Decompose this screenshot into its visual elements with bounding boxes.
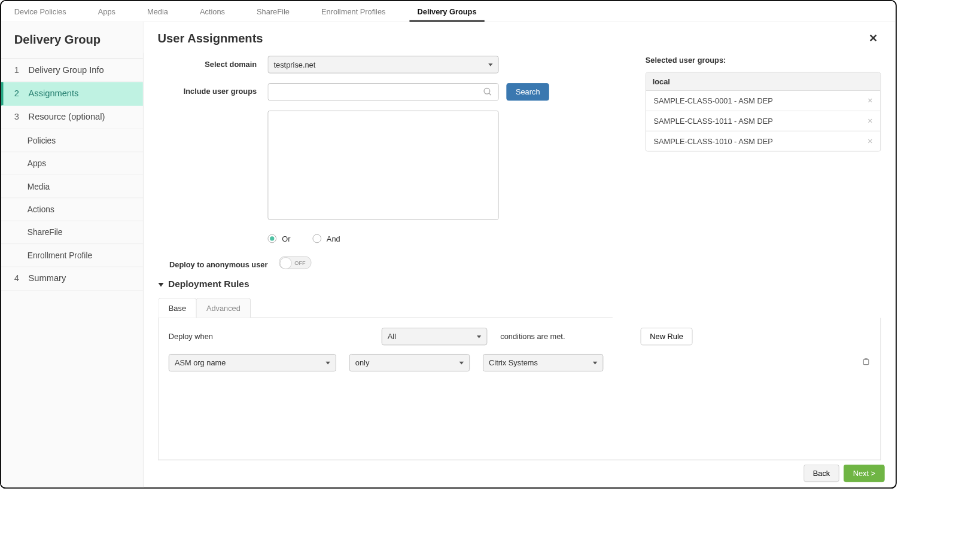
- top-tab-enrollment-profiles[interactable]: Enrollment Profiles: [314, 1, 393, 22]
- next-button[interactable]: Next >: [844, 465, 884, 482]
- sidebar-item-assignments[interactable]: 2 Assignments: [1, 82, 143, 105]
- tab-advanced[interactable]: Advanced: [196, 298, 251, 318]
- chevron-down-icon: [325, 361, 330, 364]
- step-label: Enrollment Profile: [28, 251, 92, 260]
- top-tab-sharefile[interactable]: ShareFile: [249, 1, 297, 22]
- step-number: 3: [14, 112, 21, 122]
- deployment-rules-toggle[interactable]: Deployment Rules: [158, 279, 612, 290]
- search-icon: [483, 87, 492, 96]
- top-tab-actions[interactable]: Actions: [192, 1, 233, 22]
- svg-line-1: [489, 93, 491, 95]
- triangle-down-icon: [158, 283, 163, 286]
- select-domain-label: Select domain: [158, 56, 257, 68]
- step-number: 1: [14, 65, 21, 75]
- selected-user-groups-title: Selected user groups:: [646, 56, 881, 65]
- deploy-when-value: All: [388, 332, 396, 341]
- tab-base[interactable]: Base: [158, 298, 196, 318]
- rule-operator-value: only: [355, 358, 370, 367]
- remove-group-icon[interactable]: ×: [865, 116, 875, 126]
- rule-value-select[interactable]: Citrix Systems: [483, 354, 603, 371]
- search-button[interactable]: Search: [506, 83, 549, 100]
- radio-or-label: Or: [282, 234, 290, 243]
- remove-group-icon[interactable]: ×: [865, 136, 875, 146]
- conditions-met-label: conditions are met.: [500, 332, 565, 341]
- step-label: Policies: [28, 136, 56, 145]
- radio-and-label: And: [327, 234, 340, 243]
- svg-point-0: [484, 89, 490, 94]
- sidebar-item-resource[interactable]: 3 Resource (optional): [1, 106, 143, 129]
- close-icon[interactable]: ✕: [866, 32, 882, 45]
- user-groups-results-list[interactable]: [267, 111, 498, 220]
- radio-dot-icon: [267, 234, 276, 243]
- chevron-down-icon: [477, 335, 481, 338]
- deploy-anonymous-toggle[interactable]: OFF: [279, 256, 312, 269]
- sidebar-item-policies[interactable]: Policies: [1, 129, 143, 152]
- include-user-groups-label: Include user groups: [158, 83, 257, 96]
- back-button[interactable]: Back: [804, 465, 839, 482]
- step-number: 4: [14, 274, 21, 283]
- sidebar-item-apps[interactable]: Apps: [1, 152, 143, 175]
- top-tab-apps[interactable]: Apps: [90, 1, 123, 22]
- step-label: Media: [28, 182, 50, 191]
- group-item-label: SAMPLE-CLASS-0001 - ASM DEP: [654, 96, 773, 105]
- group-header-local: local: [646, 73, 881, 91]
- step-label: ShareFile: [28, 228, 63, 237]
- deploy-anonymous-label: Deploy to anonymous user: [158, 256, 267, 268]
- top-tab-delivery-groups[interactable]: Delivery Groups: [410, 1, 485, 22]
- chevron-down-icon: [459, 361, 464, 364]
- rule-value-text: Citrix Systems: [489, 358, 538, 367]
- group-item: SAMPLE-CLASS-1011 - ASM DEP ×: [646, 111, 881, 132]
- sidebar-item-enrollment-profile[interactable]: Enrollment Profile: [1, 244, 143, 267]
- top-tab-bar: Device Policies Apps Media Actions Share…: [1, 1, 896, 22]
- group-item-label: SAMPLE-CLASS-1010 - ASM DEP: [654, 137, 773, 146]
- rule-field-select[interactable]: ASM org name: [169, 354, 336, 371]
- step-label: Apps: [28, 158, 46, 168]
- sidebar-item-sharefile[interactable]: ShareFile: [1, 221, 143, 244]
- user-groups-search-input[interactable]: [267, 83, 498, 100]
- step-label: Actions: [28, 205, 54, 214]
- chevron-down-icon: [488, 63, 492, 66]
- radio-or[interactable]: Or: [267, 234, 290, 243]
- remove-group-icon[interactable]: ×: [865, 96, 875, 105]
- step-number: 2: [14, 89, 21, 98]
- group-item-label: SAMPLE-CLASS-1011 - ASM DEP: [654, 117, 773, 126]
- sidebar-item-summary[interactable]: 4 Summary: [1, 267, 143, 291]
- step-label: Delivery Group Info: [29, 65, 104, 75]
- step-label: Assignments: [29, 89, 79, 98]
- page-title: User Assignments: [158, 32, 263, 46]
- deploy-when-label: Deploy when: [169, 332, 213, 341]
- select-domain-value: testprise.net: [274, 60, 316, 69]
- wizard-sidebar: Delivery Group 1 Delivery Group Info 2 A…: [1, 22, 144, 488]
- radio-and[interactable]: And: [312, 234, 340, 243]
- sidebar-item-delivery-group-info[interactable]: 1 Delivery Group Info: [1, 59, 143, 82]
- step-label: Resource (optional): [29, 112, 105, 122]
- group-item: SAMPLE-CLASS-1010 - ASM DEP ×: [646, 132, 881, 151]
- radio-dot-icon: [312, 234, 321, 243]
- top-tab-media[interactable]: Media: [139, 1, 176, 22]
- chevron-down-icon: [593, 361, 597, 364]
- rule-operator-select[interactable]: only: [349, 354, 470, 371]
- group-item: SAMPLE-CLASS-0001 - ASM DEP ×: [646, 91, 881, 111]
- deployment-rules-title: Deployment Rules: [168, 279, 249, 290]
- user-groups-search-field[interactable]: [274, 87, 483, 96]
- deploy-when-select[interactable]: All: [382, 328, 488, 345]
- selected-user-groups-panel: local SAMPLE-CLASS-0001 - ASM DEP × SAMP…: [646, 72, 881, 152]
- sidebar-item-actions[interactable]: Actions: [1, 198, 143, 221]
- sidebar-item-media[interactable]: Media: [1, 175, 143, 198]
- sidebar-title: Delivery Group: [1, 22, 143, 59]
- step-label: Summary: [29, 274, 66, 283]
- rule-field-value: ASM org name: [175, 358, 226, 367]
- toggle-off-text: OFF: [294, 260, 305, 266]
- top-tab-device-policies[interactable]: Device Policies: [7, 1, 74, 22]
- select-domain-dropdown[interactable]: testprise.net: [267, 56, 498, 73]
